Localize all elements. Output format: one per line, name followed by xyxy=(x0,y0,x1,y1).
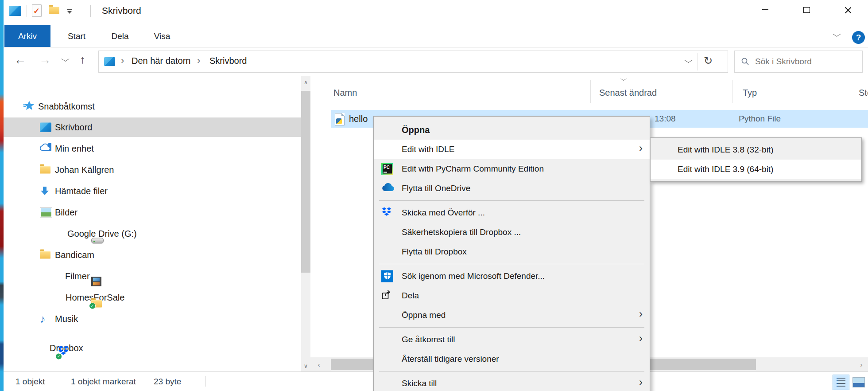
menu-item-move-to-onedrive[interactable]: Flytta till OneDrive xyxy=(374,179,650,198)
selection-count: 1 objekt markerat xyxy=(71,377,136,387)
defender-icon xyxy=(381,270,393,282)
sidebar-item-dropbox[interactable]: ✓ Dropbox xyxy=(4,338,336,358)
details-view-icon xyxy=(837,378,845,387)
menu-item-move-to-dropbox[interactable]: Flytta till Dropbox xyxy=(374,242,650,262)
menu-separator xyxy=(379,371,644,371)
sidebar-item-bandicam[interactable]: Bandicam xyxy=(4,245,353,265)
music-note-icon: ♪ xyxy=(40,314,46,324)
tab-start[interactable]: Start xyxy=(57,25,97,47)
drive-icon xyxy=(91,238,104,243)
sidebar-item-music[interactable]: ♪ Musik xyxy=(4,309,353,328)
menu-item-scan-with-defender[interactable]: Sök igenom med Microsoft Defender... xyxy=(374,266,650,286)
sidebar-item-google-drive[interactable]: Google Drive (G:) xyxy=(4,224,353,243)
sidebar-item-downloads[interactable]: Hämtade filer xyxy=(4,181,353,201)
menu-item-backup-to-dropbox[interactable]: Säkerhetskopiera till Dropbox ... xyxy=(374,223,650,242)
breadcrumb-desktop[interactable]: Skrivbord xyxy=(209,56,247,66)
tab-arkiv[interactable]: Arkiv xyxy=(4,25,50,47)
menu-separator xyxy=(379,327,644,328)
folder-icon xyxy=(40,166,50,174)
context-menu: Öppna Edit with IDLE › PC Edit with PyCh… xyxy=(373,116,650,391)
quick-access-toolbar-dropdown-icon[interactable] xyxy=(66,9,73,14)
scroll-right-icon[interactable]: › xyxy=(856,357,867,371)
downloads-icon xyxy=(40,186,50,196)
sidebar-item-label: Google Drive (G:) xyxy=(67,229,137,239)
sidebar-item-label: Bilder xyxy=(55,207,78,218)
menu-item-edit-with-idle[interactable]: Edit with IDLE › xyxy=(374,140,650,159)
menu-item-give-access[interactable]: Ge åtkomst till › xyxy=(374,330,650,349)
sidebar-item-label: Min enhet xyxy=(55,144,94,154)
menu-item-restore-versions[interactable]: Återställ tidigare versioner xyxy=(374,349,650,369)
desktop-icon xyxy=(40,123,51,132)
column-header-name[interactable]: Namn xyxy=(333,88,357,98)
desktop-icon xyxy=(104,57,115,66)
tab-visa[interactable]: Visa xyxy=(142,25,182,47)
properties-icon[interactable] xyxy=(32,4,42,17)
titlebar-separator xyxy=(27,5,27,17)
window-title: Skrivbord xyxy=(102,5,141,16)
sync-check-icon: ✓ xyxy=(55,353,62,360)
new-folder-icon[interactable] xyxy=(49,7,59,14)
recent-locations-icon[interactable] xyxy=(61,59,68,63)
navigation-pane: Snabbåtkomst Skrivbord Min enhet Johan K… xyxy=(4,76,301,371)
sort-indicator-icon xyxy=(620,78,628,82)
scroll-up-icon[interactable]: ∧ xyxy=(301,76,310,88)
selection-size: 23 byte xyxy=(154,377,181,387)
search-input[interactable] xyxy=(754,56,862,67)
minimize-icon xyxy=(762,9,768,10)
menu-item-edit-with-pycharm[interactable]: PC Edit with PyCharm Community Edition xyxy=(374,159,650,179)
scroll-down-icon[interactable]: ∨ xyxy=(301,360,310,371)
file-name: hello xyxy=(349,114,368,124)
menu-item-send-with-transfer[interactable]: Skicka med Överför ... xyxy=(374,203,650,223)
submenu-item-idle-38[interactable]: Edit with IDLE 3.8 (32-bit) xyxy=(651,140,861,160)
sidebar-item-my-device[interactable]: Min enhet xyxy=(4,139,353,158)
forward-button[interactable]: → xyxy=(39,53,51,67)
menu-item-open-with[interactable]: Öppna med › xyxy=(374,305,650,325)
thumbnail-view-icon xyxy=(852,377,865,387)
submenu-arrow-icon: › xyxy=(639,376,643,388)
refresh-icon[interactable]: ↻ xyxy=(704,55,713,67)
scrollbar-thumb[interactable] xyxy=(301,91,310,273)
quick-access-star-icon xyxy=(23,100,35,113)
column-header-size[interactable]: Storlek xyxy=(859,88,868,98)
column-header-type[interactable]: Typ xyxy=(743,88,757,98)
sidebar-item-user-folder[interactable]: Johan Källgren xyxy=(4,160,353,180)
sidebar-item-quick-access[interactable]: Snabbåtkomst xyxy=(4,97,336,116)
tab-dela[interactable]: Dela xyxy=(100,25,140,47)
sidebar-item-videos[interactable]: Filmer xyxy=(4,266,353,286)
column-divider[interactable] xyxy=(590,80,591,103)
thumbnail-view-button[interactable] xyxy=(850,375,867,390)
sidebar-item-homesforsale[interactable]: ✓ HomesForSale xyxy=(4,288,353,307)
menu-item-open[interactable]: Öppna xyxy=(374,120,650,140)
column-divider[interactable] xyxy=(732,80,732,103)
breadcrumb[interactable]: › Den här datorn › Skrivbord ↻ xyxy=(98,51,728,73)
breadcrumb-this-pc[interactable]: Den här datorn xyxy=(132,56,190,66)
sidebar-item-pictures[interactable]: Bilder xyxy=(4,203,353,222)
address-dropdown-icon[interactable] xyxy=(684,60,691,64)
sync-check-icon: ✓ xyxy=(89,302,96,309)
file-type: Python File xyxy=(739,114,781,124)
submenu-item-idle-39[interactable]: Edit with IDLE 3.9 (64-bit) xyxy=(651,160,861,179)
pictures-icon xyxy=(40,207,52,218)
minimize-button[interactable] xyxy=(750,0,781,20)
sidebar-item-desktop[interactable]: Skrivbord xyxy=(4,117,353,137)
menu-item-share[interactable]: Dela xyxy=(374,286,650,305)
column-header-modified[interactable]: Senast ändrad xyxy=(599,88,657,98)
scroll-left-icon[interactable]: ‹ xyxy=(313,357,325,371)
column-divider[interactable] xyxy=(854,80,854,103)
maximize-button[interactable] xyxy=(791,0,822,20)
back-button[interactable]: ← xyxy=(14,53,26,67)
up-button[interactable]: ↑ xyxy=(80,53,85,66)
menu-item-send-to[interactable]: Skicka till › xyxy=(374,374,650,391)
help-button[interactable]: ? xyxy=(852,31,865,44)
sidebar-scrollbar[interactable]: ∧ ∨ xyxy=(301,76,310,371)
search-box[interactable] xyxy=(734,51,863,73)
submenu-arrow-icon: › xyxy=(639,142,643,154)
sidebar-item-label: Bandicam xyxy=(55,250,94,260)
ribbon-tab-bar: Arkiv Start Dela Visa ? xyxy=(4,22,868,47)
maximize-icon xyxy=(803,7,810,13)
expand-ribbon-icon[interactable] xyxy=(833,34,840,38)
close-button[interactable] xyxy=(832,0,863,20)
address-divider xyxy=(698,53,698,70)
details-view-button[interactable] xyxy=(833,375,849,390)
desktop-background-strip xyxy=(0,0,4,391)
